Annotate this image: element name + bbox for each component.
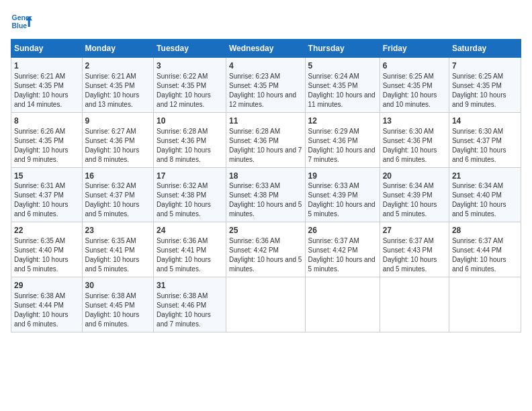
header: General Blue (11, 11, 521, 32)
cell-sunrise: Sunrise: 6:30 AM (383, 127, 446, 136)
cell-daylight: Daylight: 10 hours and 5 minutes. (157, 200, 223, 219)
cell-sunset: Sunset: 4:42 PM (229, 246, 302, 255)
cell-sunset: Sunset: 4:35 PM (308, 81, 377, 91)
cell-sunrise: Sunrise: 6:26 AM (14, 127, 79, 136)
day-number: 11 (229, 116, 302, 127)
cell-sunset: Sunset: 4:43 PM (383, 246, 446, 255)
cell-daylight: Daylight: 10 hours and 5 minutes. (85, 255, 151, 274)
day-number: 20 (383, 171, 446, 182)
week-row-2: 8 Sunrise: 6:26 AM Sunset: 4:35 PM Dayli… (11, 112, 521, 167)
day-header-sunday: Sunday (11, 40, 83, 58)
calendar-cell: 4 Sunrise: 6:23 AM Sunset: 4:35 PM Dayli… (226, 58, 305, 113)
day-number: 14 (452, 116, 518, 127)
day-number: 15 (14, 171, 79, 182)
cell-sunset: Sunset: 4:45 PM (85, 301, 151, 310)
cell-daylight: Daylight: 10 hours and 7 minutes. (308, 146, 377, 165)
cell-sunset: Sunset: 4:35 PM (157, 81, 223, 91)
cell-daylight: Daylight: 10 hours and 8 minutes. (85, 146, 151, 165)
day-number: 3 (157, 60, 223, 72)
cell-sunrise: Sunrise: 6:33 AM (308, 181, 377, 191)
cell-daylight: Daylight: 10 hours and 5 minutes. (14, 255, 79, 274)
cell-daylight: Daylight: 10 hours and 7 minutes. (229, 146, 302, 165)
day-header-monday: Monday (82, 40, 154, 58)
calendar-cell: 27 Sunrise: 6:37 AM Sunset: 4:43 PM Dayl… (380, 222, 449, 277)
cell-daylight: Daylight: 10 hours and 8 minutes. (157, 146, 223, 165)
day-header-friday: Friday (380, 40, 449, 58)
day-header-thursday: Thursday (305, 40, 380, 58)
day-number: 2 (85, 60, 151, 72)
cell-daylight: Daylight: 10 hours and 5 minutes. (452, 200, 518, 219)
calendar-cell: 2 Sunrise: 6:21 AM Sunset: 4:35 PM Dayli… (82, 58, 154, 113)
cell-daylight: Daylight: 10 hours and 5 minutes. (229, 200, 302, 219)
cell-sunset: Sunset: 4:36 PM (383, 136, 446, 146)
cell-sunset: Sunset: 4:46 PM (157, 301, 223, 310)
calendar-cell: 5 Sunrise: 6:24 AM Sunset: 4:35 PM Dayli… (305, 58, 380, 113)
cell-daylight: Daylight: 10 hours and 6 minutes. (383, 146, 446, 165)
cell-sunset: Sunset: 4:42 PM (308, 246, 377, 255)
cell-sunset: Sunset: 4:36 PM (157, 136, 223, 146)
calendar-cell: 17 Sunrise: 6:32 AM Sunset: 4:38 PM Dayl… (154, 167, 226, 222)
cell-daylight: Daylight: 10 hours and 6 minutes. (14, 310, 79, 329)
day-number: 1 (14, 60, 79, 72)
day-number: 30 (85, 280, 151, 291)
cell-sunrise: Sunrise: 6:37 AM (308, 236, 377, 246)
cell-sunset: Sunset: 4:35 PM (85, 81, 151, 91)
cell-sunset: Sunset: 4:44 PM (452, 246, 518, 255)
cell-sunrise: Sunrise: 6:28 AM (229, 127, 302, 136)
cell-sunrise: Sunrise: 6:38 AM (14, 291, 79, 301)
cell-sunset: Sunset: 4:35 PM (452, 81, 518, 91)
week-row-1: 1 Sunrise: 6:21 AM Sunset: 4:35 PM Dayli… (11, 58, 521, 113)
calendar-table: SundayMondayTuesdayWednesdayThursdayFrid… (11, 39, 521, 332)
day-number: 23 (85, 225, 151, 236)
cell-sunrise: Sunrise: 6:36 AM (229, 236, 302, 246)
cell-sunset: Sunset: 4:36 PM (85, 136, 151, 146)
calendar-cell: 24 Sunrise: 6:36 AM Sunset: 4:41 PM Dayl… (154, 222, 226, 277)
cell-sunrise: Sunrise: 6:25 AM (383, 72, 446, 81)
calendar-cell (305, 277, 380, 332)
day-header-saturday: Saturday (449, 40, 521, 58)
calendar-cell (380, 277, 449, 332)
calendar-cell: 6 Sunrise: 6:25 AM Sunset: 4:35 PM Dayli… (380, 58, 449, 113)
day-number: 29 (14, 280, 79, 291)
calendar-cell: 25 Sunrise: 6:36 AM Sunset: 4:42 PM Dayl… (226, 222, 305, 277)
cell-sunrise: Sunrise: 6:31 AM (14, 181, 79, 191)
cell-sunrise: Sunrise: 6:33 AM (229, 181, 302, 191)
calendar-cell: 26 Sunrise: 6:37 AM Sunset: 4:42 PM Dayl… (305, 222, 380, 277)
cell-sunrise: Sunrise: 6:37 AM (383, 236, 446, 246)
calendar-cell: 22 Sunrise: 6:35 AM Sunset: 4:40 PM Dayl… (11, 222, 83, 277)
cell-sunrise: Sunrise: 6:25 AM (452, 72, 518, 81)
calendar-cell: 8 Sunrise: 6:26 AM Sunset: 4:35 PM Dayli… (11, 112, 83, 167)
cell-sunset: Sunset: 4:35 PM (14, 136, 79, 146)
cell-sunrise: Sunrise: 6:21 AM (14, 72, 79, 81)
cell-sunset: Sunset: 4:37 PM (14, 191, 79, 200)
week-row-5: 29 Sunrise: 6:38 AM Sunset: 4:44 PM Dayl… (11, 277, 521, 332)
cell-daylight: Daylight: 10 hours and 12 minutes. (229, 91, 302, 109)
cell-sunset: Sunset: 4:40 PM (14, 246, 79, 255)
cell-sunrise: Sunrise: 6:22 AM (157, 72, 223, 81)
day-number: 13 (383, 116, 446, 127)
cell-daylight: Daylight: 10 hours and 6 minutes. (14, 200, 79, 219)
day-number: 10 (157, 116, 223, 127)
cell-sunrise: Sunrise: 6:30 AM (452, 127, 518, 136)
cell-daylight: Daylight: 10 hours and 7 minutes. (157, 310, 223, 329)
cell-sunset: Sunset: 4:36 PM (308, 136, 377, 146)
day-header-wednesday: Wednesday (226, 40, 305, 58)
week-row-3: 15 Sunrise: 6:31 AM Sunset: 4:37 PM Dayl… (11, 167, 521, 222)
calendar-cell: 15 Sunrise: 6:31 AM Sunset: 4:37 PM Dayl… (11, 167, 83, 222)
cell-sunrise: Sunrise: 6:21 AM (85, 72, 151, 81)
calendar-cell: 7 Sunrise: 6:25 AM Sunset: 4:35 PM Dayli… (449, 58, 521, 113)
calendar-cell: 30 Sunrise: 6:38 AM Sunset: 4:45 PM Dayl… (82, 277, 154, 332)
day-number: 21 (452, 171, 518, 182)
cell-sunset: Sunset: 4:44 PM (14, 301, 79, 310)
day-number: 6 (383, 60, 446, 72)
calendar-cell: 29 Sunrise: 6:38 AM Sunset: 4:44 PM Dayl… (11, 277, 83, 332)
cell-daylight: Daylight: 10 hours and 6 minutes. (85, 310, 151, 329)
day-number: 22 (14, 225, 79, 236)
calendar-cell (449, 277, 521, 332)
calendar-cell: 10 Sunrise: 6:28 AM Sunset: 4:36 PM Dayl… (154, 112, 226, 167)
cell-daylight: Daylight: 10 hours and 10 minutes. (383, 91, 446, 109)
calendar-cell: 31 Sunrise: 6:38 AM Sunset: 4:46 PM Dayl… (154, 277, 226, 332)
cell-sunset: Sunset: 4:37 PM (452, 136, 518, 146)
svg-text:Blue: Blue (12, 22, 28, 30)
cell-sunrise: Sunrise: 6:35 AM (14, 236, 79, 246)
